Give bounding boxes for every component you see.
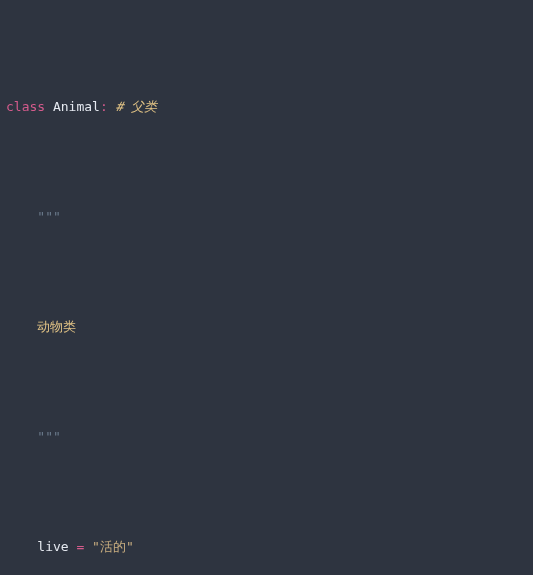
attr-live: live — [37, 539, 68, 554]
comment-parent: # 父类 — [116, 99, 158, 114]
class-name-animal: Animal — [53, 99, 100, 114]
colon: : — [100, 99, 108, 114]
code-line: """ — [4, 426, 529, 448]
keyword-class: class — [6, 99, 45, 114]
code-line: class Animal: # 父类 — [4, 96, 529, 118]
string-live: "活的" — [92, 539, 134, 554]
code-line: live = "活的" — [4, 536, 529, 558]
code-line: 动物类 — [4, 316, 529, 338]
docstring-open: """ — [37, 209, 60, 224]
code-line: """ — [4, 206, 529, 228]
op-assign: = — [76, 539, 84, 554]
code-editor[interactable]: class Animal: # 父类 """ 动物类 """ live = "活… — [0, 0, 533, 575]
docstring-text: 动物类 — [37, 319, 76, 334]
docstring-close: """ — [37, 429, 60, 444]
